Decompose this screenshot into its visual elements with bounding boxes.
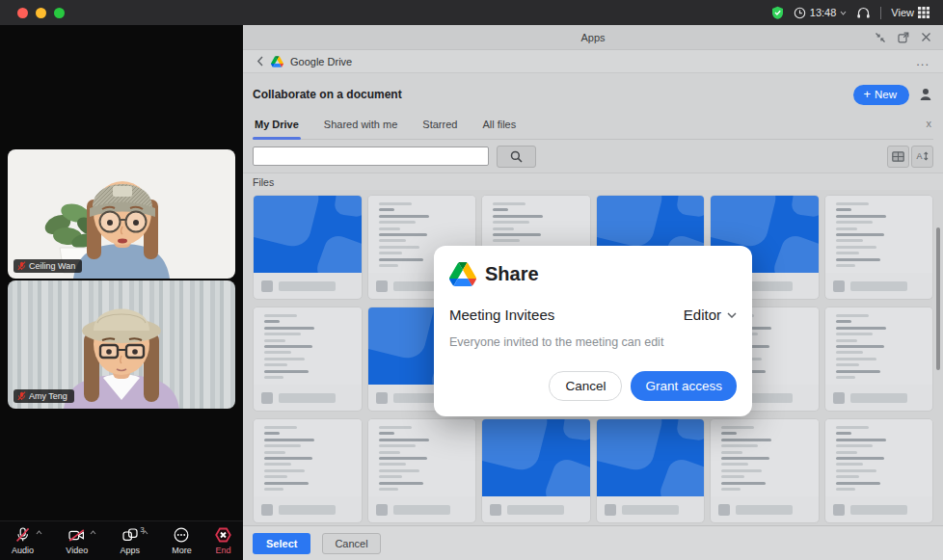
svg-text:A: A — [917, 151, 923, 161]
doc-thumbnail — [711, 419, 819, 496]
open-external-icon[interactable] — [898, 32, 909, 43]
account-person-icon[interactable] — [918, 87, 933, 102]
dialog-title: Share — [485, 263, 539, 285]
search-input[interactable] — [253, 147, 489, 166]
file-card[interactable] — [596, 418, 706, 523]
screen: 13:48 View — [0, 0, 943, 560]
file-meta — [254, 496, 362, 522]
dialog-cancel-button[interactable]: Cancel — [549, 371, 622, 401]
file-meta — [482, 496, 590, 522]
file-meta — [825, 496, 933, 522]
page-title: Collaborate on a document — [253, 88, 402, 101]
new-button[interactable]: + New — [853, 85, 909, 105]
grant-access-button[interactable]: Grant access — [631, 371, 737, 401]
file-meta — [368, 496, 476, 522]
minimize-traffic-light[interactable] — [36, 8, 46, 18]
file-card[interactable] — [367, 418, 477, 523]
role-value: Editor — [684, 307, 721, 323]
google-drive-icon — [271, 56, 283, 67]
grid-view-button[interactable] — [887, 146, 909, 168]
audio-button[interactable]: Audio — [12, 527, 34, 555]
grid-view-icon — [918, 7, 930, 18]
apps-icon — [122, 528, 138, 543]
new-button-label: New — [875, 89, 897, 100]
video-button[interactable]: Video — [66, 527, 88, 555]
file-card[interactable] — [253, 418, 363, 523]
file-meta — [254, 385, 362, 411]
more-menu-icon[interactable]: ... — [916, 59, 930, 65]
headphones-icon[interactable] — [856, 7, 871, 19]
video-tile-participant-1[interactable]: Ceiling Wan — [8, 149, 235, 279]
end-label: End — [215, 546, 230, 555]
role-dropdown[interactable]: Editor — [684, 307, 737, 323]
clock-icon — [794, 7, 806, 19]
file-meta — [597, 496, 705, 522]
sort-button[interactable]: A — [911, 146, 933, 168]
tab-all-files[interactable]: All files — [482, 119, 516, 139]
breadcrumb-label: Google Drive — [290, 56, 352, 67]
mic-muted-icon — [17, 391, 26, 401]
more-ellipsis-icon — [174, 527, 189, 543]
view-menu[interactable]: View — [891, 7, 930, 18]
grid-view-icon — [892, 151, 904, 162]
file-card[interactable] — [481, 418, 591, 523]
sort-az-icon: A — [916, 150, 929, 162]
participant-name: Amy Teng — [29, 391, 67, 401]
doc-thumbnail — [254, 307, 362, 385]
apps-panel-title: Apps — [580, 32, 605, 43]
security-shield-icon[interactable] — [771, 6, 784, 19]
cancel-button[interactable]: Cancel — [322, 533, 380, 554]
search-icon — [510, 150, 523, 163]
file-card[interactable] — [253, 307, 363, 412]
panel-footer: Select Cancel — [243, 525, 943, 560]
pop-in-icon[interactable] — [875, 32, 886, 43]
menubar-clock[interactable]: 13:48 — [794, 7, 848, 19]
search-button[interactable] — [497, 146, 536, 168]
share-dialog: Share Meeting Invitees Editor Everyone i… — [434, 246, 752, 416]
zoom-traffic-light[interactable] — [54, 8, 65, 18]
breadcrumb: Google Drive ... — [243, 50, 943, 73]
file-card[interactable] — [253, 195, 363, 300]
video-tile-participant-2[interactable]: Amy Teng — [8, 280, 235, 409]
close-traffic-light[interactable] — [17, 8, 28, 18]
file-meta — [254, 273, 362, 299]
mic-muted-icon — [17, 261, 26, 271]
menubar-divider — [880, 7, 881, 19]
doc-thumbnail — [254, 419, 362, 496]
file-meta — [825, 385, 933, 411]
plus-icon: + — [863, 90, 871, 98]
audio-options-chevron[interactable] — [36, 530, 42, 535]
zoom-toolbar: Audio — [0, 520, 243, 560]
back-chevron-icon[interactable] — [256, 56, 264, 67]
tab-starred[interactable]: Starred — [422, 119, 457, 139]
more-button[interactable]: More — [172, 527, 192, 555]
menubar-time: 13:48 — [810, 7, 837, 18]
end-meeting-icon — [215, 527, 231, 543]
file-card[interactable] — [824, 307, 934, 412]
file-card[interactable] — [824, 418, 934, 523]
zoom-video-pane: Ceiling Wan — [0, 25, 243, 560]
file-card[interactable] — [710, 418, 820, 523]
dismiss-icon[interactable]: x — [927, 118, 932, 129]
traffic-lights[interactable] — [17, 8, 65, 18]
select-button[interactable]: Select — [253, 533, 310, 554]
image-thumbnail — [597, 419, 705, 496]
apps-button[interactable]: 3 Apps — [120, 527, 140, 555]
macos-menubar: 13:48 View — [0, 0, 943, 25]
view-label: View — [891, 7, 914, 18]
tab-my-drive[interactable]: My Drive — [255, 119, 299, 139]
video-label: Video — [66, 546, 88, 555]
file-card[interactable] — [824, 195, 934, 300]
end-button[interactable]: End — [215, 527, 231, 555]
scrollbar[interactable] — [936, 227, 940, 370]
tab-shared-with-me[interactable]: Shared with me — [324, 119, 397, 139]
apps-panel-titlebar: Apps — [243, 25, 943, 50]
doc-thumbnail — [825, 307, 933, 385]
participant-name-badge: Amy Teng — [13, 389, 74, 403]
share-group-label: Meeting Invitees — [449, 307, 554, 323]
file-meta — [825, 273, 933, 299]
close-icon[interactable] — [921, 32, 931, 42]
video-options-chevron[interactable] — [90, 530, 96, 535]
doc-thumbnail — [825, 419, 933, 496]
apps-label: Apps — [120, 546, 140, 555]
